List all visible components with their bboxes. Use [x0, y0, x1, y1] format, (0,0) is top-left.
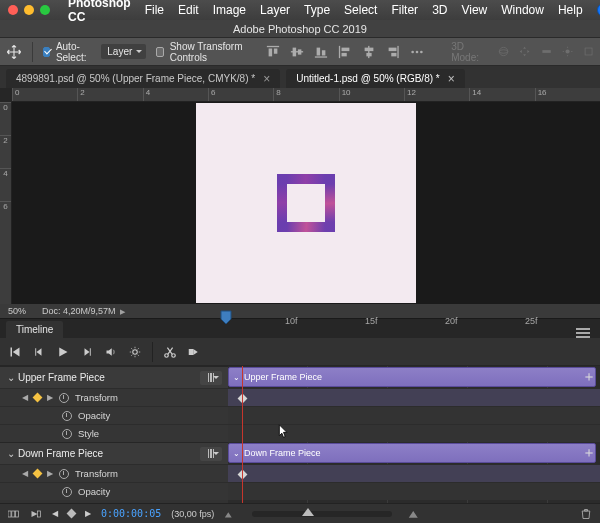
stopwatch-icon[interactable]	[62, 429, 72, 439]
menu-image[interactable]: Image	[213, 3, 246, 17]
menu-filter[interactable]: Filter	[391, 3, 418, 17]
timeline-property-row[interactable]: Opacity	[0, 482, 228, 500]
next-keyframe-footer-icon[interactable]: ▶	[85, 509, 91, 518]
slide-3d-icon[interactable]	[541, 45, 552, 58]
timeline-property-row[interactable]: Opacity	[0, 406, 228, 424]
keyframe-lane[interactable]	[228, 424, 600, 442]
fps-label[interactable]: (30,00 fps)	[171, 509, 214, 519]
stopwatch-icon[interactable]	[62, 487, 72, 497]
menu-type[interactable]: Type	[304, 3, 330, 17]
menu-layer[interactable]: Layer	[260, 3, 290, 17]
menu-window[interactable]: Window	[501, 3, 544, 17]
app-name[interactable]: Photoshop CC	[68, 0, 131, 24]
next-keyframe-icon[interactable]: ▶	[47, 469, 53, 478]
menu-help[interactable]: Help	[558, 3, 583, 17]
cc-sync-status-icon[interactable]	[597, 3, 600, 17]
align-left-edges-icon[interactable]	[335, 42, 355, 62]
zoom-slider-thumb-icon[interactable]	[302, 508, 314, 520]
align-right-edges-icon[interactable]	[383, 42, 403, 62]
timeline-panel-tab[interactable]: Timeline	[6, 321, 63, 338]
timeline-ruler[interactable]: 10f 15f 20f 25f	[211, 338, 592, 365]
track-options-button[interactable]	[200, 447, 222, 461]
timeline-track-header[interactable]: ⌄ Upper Frame Piece	[0, 366, 228, 388]
zoom-level[interactable]: 50%	[8, 306, 26, 316]
timeline-clip[interactable]: ⌄ Upper Frame Piece	[228, 367, 596, 387]
align-bottom-edges-icon[interactable]	[311, 42, 331, 62]
pan-3d-icon[interactable]	[519, 45, 530, 58]
add-media-button[interactable]: ＋	[582, 446, 596, 460]
keyframe-lane[interactable]	[228, 464, 600, 482]
prev-keyframe-icon[interactable]: ◀	[22, 393, 28, 402]
align-top-edges-icon[interactable]	[263, 42, 283, 62]
menu-3d[interactable]: 3D	[432, 3, 447, 17]
timeline-clip[interactable]: ⌄ Down Frame Piece	[228, 443, 596, 463]
align-vertical-centers-icon[interactable]	[287, 42, 307, 62]
disclosure-chevron-icon[interactable]: ⌄	[6, 448, 16, 459]
playhead-line[interactable]	[242, 366, 243, 503]
disclosure-chevron-icon[interactable]: ⌄	[6, 372, 16, 383]
clip-chevron-icon[interactable]: ⌄	[233, 373, 240, 382]
timeline-property-row[interactable]: ◀ ▶ Transform	[0, 388, 228, 406]
audio-mute-icon[interactable]	[104, 345, 118, 359]
keyframe-lane[interactable]	[228, 482, 600, 500]
menu-view[interactable]: View	[461, 3, 487, 17]
horizontal-ruler[interactable]: 0 2 4 6 8 10 12 14 16	[12, 88, 600, 102]
auto-select-toggle[interactable]: Auto-Select:	[43, 41, 92, 63]
menu-select[interactable]: Select	[344, 3, 377, 17]
auto-select-checkbox[interactable]	[43, 47, 50, 57]
delete-trash-icon[interactable]	[580, 508, 592, 520]
transition-icon[interactable]	[187, 345, 201, 359]
show-transform-checkbox[interactable]	[156, 47, 163, 57]
vertical-ruler[interactable]: 0 2 4 6	[0, 102, 12, 304]
stopwatch-icon[interactable]	[59, 393, 69, 403]
split-clip-icon[interactable]	[163, 345, 177, 359]
stopwatch-icon[interactable]	[59, 469, 69, 479]
panel-menu-icon[interactable]	[576, 328, 590, 338]
timeline-tracks-area[interactable]: ⌄ Upper Frame Piece ＋ ⌄ Down Frame Piece…	[228, 366, 600, 503]
prev-keyframe-footer-icon[interactable]: ◀	[52, 509, 58, 518]
next-keyframe-icon[interactable]: ▶	[47, 393, 53, 402]
clip-chevron-icon[interactable]: ⌄	[233, 449, 240, 458]
timeline-zoom-slider[interactable]	[252, 511, 392, 517]
timeline-property-row[interactable]: ◀ ▶ Transform	[0, 464, 228, 482]
keyframe-toggle-icon[interactable]	[33, 393, 43, 403]
keyframe-toggle-icon[interactable]	[33, 469, 43, 479]
prev-keyframe-icon[interactable]: ◀	[22, 469, 28, 478]
track-options-button[interactable]	[200, 371, 222, 385]
close-tab-icon[interactable]: ×	[263, 75, 270, 83]
move-tool-icon[interactable]	[6, 41, 22, 63]
zoom-out-mountain-icon[interactable]	[224, 509, 236, 519]
light-3d-icon[interactable]	[562, 45, 573, 58]
keyframe-lane[interactable]	[228, 388, 600, 406]
zoom-in-mountain-icon[interactable]	[408, 509, 420, 519]
keyframe-lane[interactable]	[228, 406, 600, 424]
distribute-more-icon[interactable]	[407, 42, 427, 62]
document-tab[interactable]: 4899891.psd @ 50% (Upper Frame Piece, CM…	[6, 69, 280, 88]
render-video-icon[interactable]	[30, 509, 42, 519]
document-viewport[interactable]	[12, 102, 600, 304]
scale-3d-icon[interactable]	[583, 45, 594, 58]
timeline-track-header[interactable]: ⌄ Down Frame Piece	[0, 442, 228, 464]
menu-file[interactable]: File	[145, 3, 164, 17]
doc-size[interactable]: Doc: 4,20M/9,57M▶	[42, 306, 125, 316]
stopwatch-icon[interactable]	[62, 411, 72, 421]
timeline-settings-icon[interactable]	[128, 345, 142, 359]
document-tab[interactable]: Untitled-1.psd @ 50% (RGB/8) * ×	[286, 69, 465, 88]
close-window-icon[interactable]	[8, 5, 18, 15]
play-icon[interactable]	[56, 345, 70, 359]
menu-edit[interactable]: Edit	[178, 3, 199, 17]
next-frame-icon[interactable]	[80, 345, 94, 359]
show-transform-toggle[interactable]: Show Transform Controls	[156, 41, 245, 63]
keyframe-footer-icon[interactable]	[67, 509, 77, 519]
timeline-property-row[interactable]: Style	[0, 424, 228, 442]
previous-frame-icon[interactable]	[32, 345, 46, 359]
playhead-icon[interactable]	[220, 310, 232, 328]
artboard[interactable]	[196, 103, 416, 303]
align-horizontal-centers-icon[interactable]	[359, 42, 379, 62]
close-tab-icon[interactable]: ×	[448, 75, 455, 83]
frame-animation-mode-icon[interactable]	[8, 509, 20, 519]
add-media-button[interactable]: ＋	[582, 370, 596, 384]
window-traffic-lights[interactable]	[8, 5, 50, 15]
current-timecode[interactable]: 0:00:00:05	[101, 508, 161, 519]
orbit-3d-icon[interactable]	[498, 45, 509, 58]
